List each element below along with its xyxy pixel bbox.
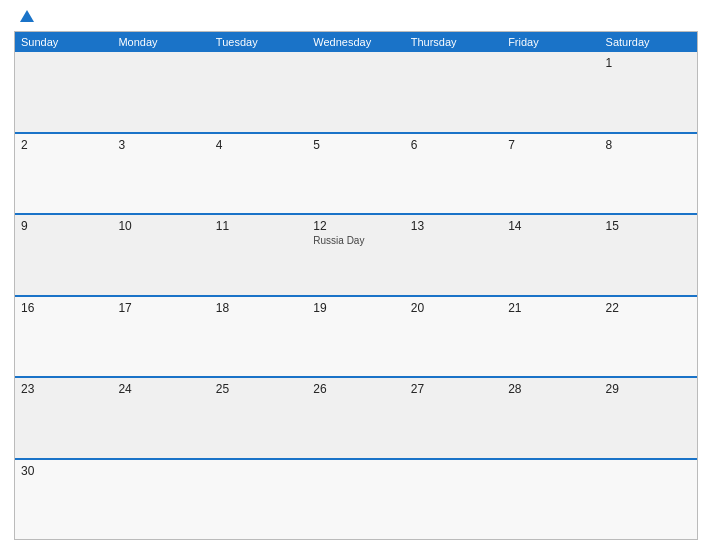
calendar-cell: 30: [15, 460, 112, 540]
day-number: 4: [216, 138, 301, 152]
header: [14, 10, 698, 23]
calendar-cell: 28: [502, 378, 599, 458]
calendar-cell: 18: [210, 297, 307, 377]
calendar-cell: [15, 52, 112, 132]
week-row-2: 2345678: [15, 132, 697, 214]
calendar-cell: 24: [112, 378, 209, 458]
day-header-sunday: Sunday: [15, 32, 112, 52]
calendar-cell: 15: [600, 215, 697, 295]
cell-event: Russia Day: [313, 235, 398, 247]
week-row-6: 30: [15, 458, 697, 540]
calendar-grid: SundayMondayTuesdayWednesdayThursdayFrid…: [14, 31, 698, 540]
calendar-cell: 8: [600, 134, 697, 214]
day-number: 9: [21, 219, 106, 233]
calendar-cell: 19: [307, 297, 404, 377]
day-number: 12: [313, 219, 398, 233]
calendar-cell: 29: [600, 378, 697, 458]
day-number: 24: [118, 382, 203, 396]
day-header-tuesday: Tuesday: [210, 32, 307, 52]
calendar-cell: [210, 52, 307, 132]
calendar-cell: 25: [210, 378, 307, 458]
day-number: 6: [411, 138, 496, 152]
calendar-cell: 23: [15, 378, 112, 458]
day-number: 29: [606, 382, 691, 396]
calendar-cell: 20: [405, 297, 502, 377]
calendar-cell: 13: [405, 215, 502, 295]
calendar-cell: 3: [112, 134, 209, 214]
calendar-cell: 21: [502, 297, 599, 377]
day-header-thursday: Thursday: [405, 32, 502, 52]
day-number: 30: [21, 464, 106, 478]
day-number: 8: [606, 138, 691, 152]
calendar-cell: 16: [15, 297, 112, 377]
day-headers-row: SundayMondayTuesdayWednesdayThursdayFrid…: [15, 32, 697, 52]
calendar-page: SundayMondayTuesdayWednesdayThursdayFrid…: [0, 0, 712, 550]
day-number: 25: [216, 382, 301, 396]
calendar-cell: [210, 460, 307, 540]
calendar-cell: [600, 460, 697, 540]
calendar-cell: 27: [405, 378, 502, 458]
day-number: 22: [606, 301, 691, 315]
logo: [16, 10, 34, 23]
weeks-container: 123456789101112Russia Day131415161718192…: [15, 52, 697, 539]
day-number: 14: [508, 219, 593, 233]
calendar-cell: 26: [307, 378, 404, 458]
calendar-cell: 2: [15, 134, 112, 214]
day-number: 28: [508, 382, 593, 396]
calendar-cell: [502, 460, 599, 540]
day-header-friday: Friday: [502, 32, 599, 52]
day-header-monday: Monday: [112, 32, 209, 52]
day-number: 18: [216, 301, 301, 315]
day-number: 23: [21, 382, 106, 396]
calendar-cell: 22: [600, 297, 697, 377]
calendar-cell: 5: [307, 134, 404, 214]
week-row-4: 16171819202122: [15, 295, 697, 377]
week-row-1: 1: [15, 52, 697, 132]
calendar-cell: [112, 52, 209, 132]
calendar-cell: 14: [502, 215, 599, 295]
calendar-cell: [405, 52, 502, 132]
day-number: 17: [118, 301, 203, 315]
day-number: 26: [313, 382, 398, 396]
day-number: 16: [21, 301, 106, 315]
day-number: 27: [411, 382, 496, 396]
calendar-cell: 12Russia Day: [307, 215, 404, 295]
day-number: 3: [118, 138, 203, 152]
calendar-cell: 1: [600, 52, 697, 132]
logo-triangle-icon: [20, 10, 34, 22]
calendar-cell: 10: [112, 215, 209, 295]
day-header-saturday: Saturday: [600, 32, 697, 52]
calendar-cell: 9: [15, 215, 112, 295]
day-number: 11: [216, 219, 301, 233]
calendar-cell: 4: [210, 134, 307, 214]
day-number: 5: [313, 138, 398, 152]
calendar-cell: [307, 460, 404, 540]
day-number: 21: [508, 301, 593, 315]
calendar-cell: [112, 460, 209, 540]
calendar-cell: [307, 52, 404, 132]
day-header-wednesday: Wednesday: [307, 32, 404, 52]
week-row-3: 9101112Russia Day131415: [15, 213, 697, 295]
day-number: 1: [606, 56, 691, 70]
calendar-cell: [405, 460, 502, 540]
calendar-cell: 11: [210, 215, 307, 295]
day-number: 19: [313, 301, 398, 315]
calendar-cell: 6: [405, 134, 502, 214]
day-number: 10: [118, 219, 203, 233]
calendar-cell: 7: [502, 134, 599, 214]
day-number: 7: [508, 138, 593, 152]
day-number: 13: [411, 219, 496, 233]
day-number: 20: [411, 301, 496, 315]
calendar-cell: [502, 52, 599, 132]
day-number: 15: [606, 219, 691, 233]
week-row-5: 23242526272829: [15, 376, 697, 458]
day-number: 2: [21, 138, 106, 152]
calendar-cell: 17: [112, 297, 209, 377]
